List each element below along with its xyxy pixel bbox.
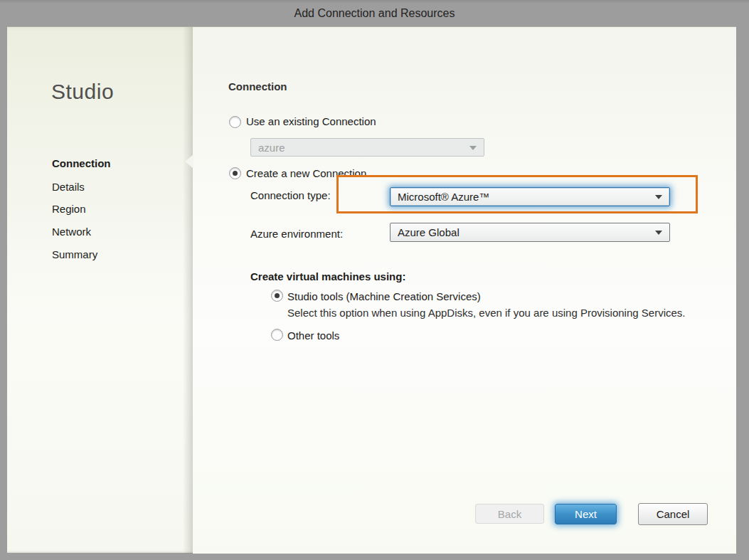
sidebar-item-connection: Connection — [52, 157, 111, 170]
radio-other-tools-label[interactable]: Other tools — [287, 329, 339, 342]
existing-connection-value: azure — [258, 142, 285, 154]
connection-type-value: Microsoft® Azure™ — [398, 191, 489, 203]
radio-other-tools[interactable] — [271, 329, 283, 341]
chevron-down-icon — [469, 146, 477, 150]
sidebar-item-details: Details — [52, 180, 85, 194]
vm-section-label: Create virtual machines using: — [250, 270, 405, 283]
window-titlebar: Add Connection and Resources — [0, 0, 749, 26]
back-button: Back — [475, 504, 544, 524]
sidebar-item-summary: Summary — [52, 248, 97, 261]
window-title: Add Connection and Resources — [294, 7, 455, 20]
radio-use-existing-connection-label[interactable]: Use an existing Connection — [246, 115, 376, 128]
next-button[interactable]: Next — [555, 504, 617, 524]
sidebar-item-region: Region — [52, 202, 86, 216]
radio-create-new-connection-label[interactable]: Create a new Connection — [246, 167, 366, 180]
existing-connection-dropdown: azure — [250, 138, 484, 157]
azure-environment-value: Azure Global — [398, 226, 460, 238]
page-title: Connection — [228, 80, 287, 93]
sidebar-divider — [183, 27, 193, 554]
cancel-button[interactable]: Cancel — [638, 503, 708, 525]
active-step-notch — [185, 154, 193, 169]
radio-studio-tools-label[interactable]: Studio tools (Machine Creation Services) — [287, 290, 481, 303]
studio-tools-description: Select this option when using AppDisks, … — [287, 306, 685, 319]
chevron-down-icon — [655, 195, 662, 199]
screen: Add Connection and Resources Studio Conn… — [0, 0, 749, 560]
connection-type-label: Connection type: — [250, 189, 331, 202]
azure-environment-label: Azure environment: — [250, 227, 343, 241]
chevron-down-icon — [655, 231, 662, 235]
sidebar-item-network: Network — [52, 225, 91, 238]
wizard-dialog: Studio Connection Details Region Network… — [7, 26, 736, 553]
azure-environment-dropdown[interactable]: Azure Global — [390, 223, 670, 242]
radio-create-new-connection[interactable] — [229, 167, 241, 179]
radio-studio-tools[interactable] — [271, 290, 283, 302]
radio-use-existing-connection[interactable] — [229, 116, 241, 128]
studio-brand: Studio — [51, 80, 114, 104]
connection-type-dropdown[interactable]: Microsoft® Azure™ — [390, 187, 670, 206]
